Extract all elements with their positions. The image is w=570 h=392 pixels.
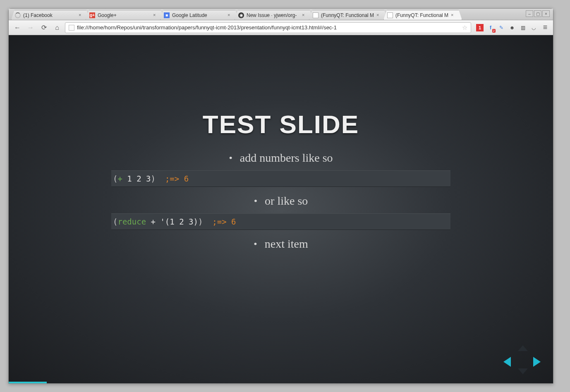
file-icon [69,25,74,31]
forward-button[interactable]: → [25,22,36,33]
bullet-1: • add numbers like so [111,151,450,165]
tab-label: (1) Facebook [23,12,82,18]
gplus-favicon: g+ [89,12,95,18]
page-viewport: TEST SLIDE • add numbers like so (+ 1 2 … [9,35,553,383]
minimize-button[interactable]: – [526,10,533,17]
bullet-3: • next item [111,237,450,251]
tab-label: New Issue · yjwen/org- [247,12,305,18]
extension-robot-icon[interactable]: ☻ [508,24,516,31]
close-window-button[interactable]: × [542,10,550,17]
slide-area: TEST SLIDE • add numbers like so (+ 1 2 … [9,35,553,383]
doc-favicon [313,12,319,18]
bookmark-star-icon[interactable]: ☆ [462,24,467,31]
doc-favicon [387,12,393,18]
nav-down-arrow[interactable] [518,368,528,374]
window-controls: – ▢ × [526,10,550,17]
slide-nav-arrows [503,345,541,374]
tab-4[interactable]: (FunnyQT: Functional M× [309,10,388,20]
tabstrip: (1) Facebook×g+Google+×■Google Latitude×… [9,9,553,20]
bullet-dot-icon: • [254,239,257,249]
tab-0[interactable]: (1) Facebook× [11,10,90,20]
tab-close-icon[interactable]: × [153,12,158,17]
bullet-2-text: or like so [265,194,308,208]
tab-label: (FunnyQT: Functional M [321,12,380,18]
gh-favicon: ◉ [238,12,244,18]
tab-close-icon[interactable]: × [451,12,456,17]
tab-2[interactable]: ■Google Latitude× [160,10,239,20]
tab-label: Google+ [98,12,156,18]
reload-button[interactable]: ⟳ [38,22,49,33]
tab-close-icon[interactable]: × [302,12,307,17]
code-block-2: (reduce + '(1 2 3)) ;=> 6 [111,213,450,230]
tab-label: (FunnyQT: Functional M [395,12,454,18]
bullet-3-text: next item [265,237,308,251]
home-button[interactable]: ⌂ [52,22,62,33]
spin-favicon [15,12,21,18]
bullet-dot-icon: • [254,196,257,206]
browser-window: – ▢ × (1) Facebook×g+Google+×■Google Lat… [8,8,553,384]
slide-content: TEST SLIDE • add numbers like so (+ 1 2 … [111,110,450,256]
nav-right-arrow[interactable] [533,357,541,367]
extension-area: 1 f 2 ✎ ☻ ▥ ◡ ≡ [476,23,550,32]
nav-up-arrow[interactable] [518,345,528,351]
toolbar: ← → ⟳ ⌂ ☆ 1 f 2 ✎ ☻ ▥ ◡ ≡ [9,20,553,35]
code-block-1: (+ 1 2 3) ;=> 6 [111,170,450,187]
back-button[interactable]: ← [12,22,23,33]
slide-title: TEST SLIDE [111,110,450,139]
blue-favicon: ■ [164,12,170,18]
extension-shield-icon[interactable]: ▥ [519,24,527,31]
address-input[interactable] [77,24,460,31]
tab-5[interactable]: (FunnyQT: Functional M× [383,10,462,20]
slide-progress-bar [9,382,47,383]
tab-close-icon[interactable]: × [228,12,232,17]
notification-badge[interactable]: 1 [476,24,484,31]
maximize-button[interactable]: ▢ [534,10,541,17]
bullet-dot-icon: • [229,153,232,163]
tab-3[interactable]: ◉New Issue · yjwen/org-× [235,10,313,20]
omnibox[interactable]: ☆ [65,22,471,33]
bullet-1-text: add numbers like so [240,151,333,165]
tab-close-icon[interactable]: × [79,12,84,17]
extension-pencil-icon[interactable]: ✎ [498,24,505,31]
bullet-2: • or like so [111,194,450,208]
tab-close-icon[interactable]: × [376,12,381,17]
extension-pocket-icon[interactable]: ◡ [530,24,537,31]
tab-1[interactable]: g+Google+× [86,10,164,20]
nav-left-arrow[interactable] [503,357,511,367]
chrome-menu-button[interactable]: ≡ [541,23,550,32]
tab-label: Google Latitude [172,12,231,18]
extension-f-icon[interactable]: f 2 [487,24,494,31]
